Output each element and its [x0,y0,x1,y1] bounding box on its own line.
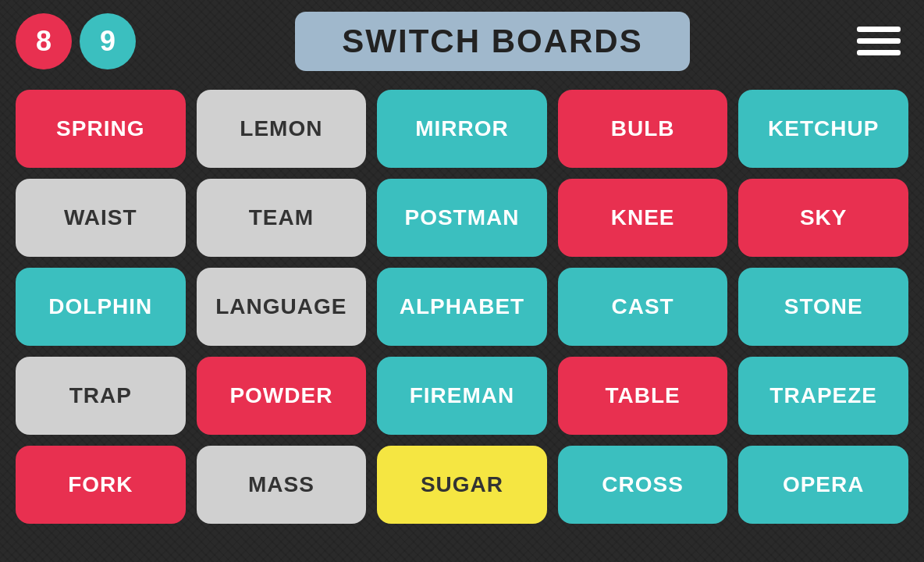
word-cell[interactable]: BULB [558,90,728,168]
score-teal-value: 9 [100,25,116,58]
menu-bar-1 [857,27,901,32]
word-cell[interactable]: MASS [197,446,367,524]
word-cell[interactable]: TEAM [197,179,367,257]
title-box: SWITCH BOARDS [136,12,849,71]
word-cell[interactable]: LANGUAGE [197,268,367,346]
score-circles: 8 9 [16,13,136,69]
word-cell[interactable]: OPERA [738,446,908,524]
menu-bar-3 [857,50,901,55]
word-cell[interactable]: KETCHUP [738,90,908,168]
word-cell[interactable]: CROSS [558,446,728,524]
word-cell[interactable]: POWDER [197,357,367,435]
word-cell[interactable]: ALPHABET [377,268,547,346]
app-title: SWITCH BOARDS [295,12,689,71]
word-cell[interactable]: TRAPEZE [738,357,908,435]
word-cell[interactable]: SUGAR [377,446,547,524]
word-cell[interactable]: MIRROR [377,90,547,168]
word-cell[interactable]: SPRING [16,90,186,168]
word-cell[interactable]: KNEE [558,179,728,257]
word-cell[interactable]: STONE [738,268,908,346]
word-grid: SPRINGLEMONMIRRORBULBKETCHUPWAISTTEAMPOS… [0,82,924,532]
word-cell[interactable]: TRAP [16,357,186,435]
score-teal[interactable]: 9 [80,13,136,69]
word-cell[interactable]: CAST [558,268,728,346]
word-cell[interactable]: FORK [16,446,186,524]
word-cell[interactable]: TABLE [558,357,728,435]
menu-button[interactable] [849,19,908,63]
menu-bar-2 [857,38,901,44]
word-cell[interactable]: WAIST [16,179,186,257]
word-cell[interactable]: POSTMAN [377,179,547,257]
word-cell[interactable]: FIREMAN [377,357,547,435]
word-cell[interactable]: LEMON [197,90,367,168]
header: 8 9 SWITCH BOARDS [0,0,924,82]
score-red[interactable]: 8 [16,13,72,69]
word-cell[interactable]: DOLPHIN [16,268,186,346]
word-cell[interactable]: SKY [738,179,908,257]
score-red-value: 8 [36,25,52,58]
